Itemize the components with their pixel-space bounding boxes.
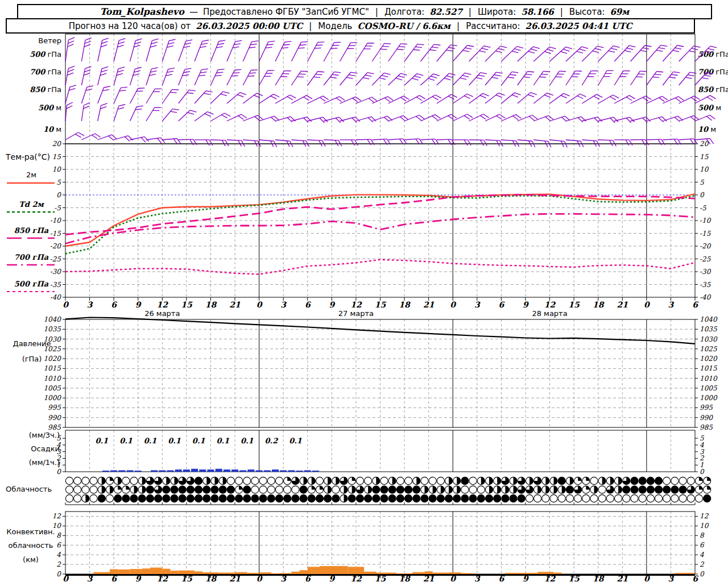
svg-text:-20: -20 [700, 242, 712, 250]
svg-text:-35: -35 [50, 281, 62, 289]
svg-text:15: 15 [52, 153, 62, 161]
meteogram-page: Tom_Kolpashevo — Предоставлено ФГБУ "Зап… [0, 0, 728, 582]
svg-text:15: 15 [700, 153, 709, 161]
svg-text:12: 12 [157, 574, 169, 582]
svg-text:0: 0 [644, 300, 650, 309]
svg-text:3: 3 [280, 300, 287, 309]
svg-text:3: 3 [474, 300, 481, 309]
svg-text:6: 6 [700, 541, 705, 549]
svg-text:9: 9 [135, 300, 142, 309]
svg-text:6: 6 [499, 574, 505, 582]
svg-text:0.1: 0.1 [96, 436, 109, 445]
svg-text:12: 12 [544, 300, 556, 309]
svg-text:6: 6 [692, 574, 698, 582]
svg-text:26 марта: 26 марта [144, 309, 180, 318]
svg-text:-20: -20 [50, 242, 62, 250]
svg-text:15: 15 [375, 574, 387, 582]
svg-text:9: 9 [329, 574, 335, 582]
svg-text:0.1: 0.1 [144, 436, 157, 445]
svg-text:1020: 1020 [700, 355, 718, 363]
svg-text:21: 21 [229, 300, 241, 309]
svg-text:8: 8 [56, 531, 61, 539]
svg-text:990: 990 [700, 414, 713, 422]
svg-text:3: 3 [474, 574, 481, 582]
svg-text:6: 6 [305, 574, 311, 582]
svg-text:8: 8 [700, 531, 705, 539]
svg-text:18: 18 [399, 300, 411, 309]
svg-text:0: 0 [257, 574, 263, 582]
svg-text:0: 0 [450, 574, 456, 582]
svg-text:6: 6 [56, 541, 61, 549]
svg-text:985: 985 [700, 423, 713, 431]
svg-text:10: 10 [700, 522, 709, 530]
svg-text:1040: 1040 [43, 315, 61, 323]
svg-text:0: 0 [700, 191, 705, 199]
svg-text:-40: -40 [700, 293, 712, 301]
svg-text:6: 6 [111, 300, 117, 309]
svg-text:12: 12 [544, 574, 556, 582]
svg-text:1015: 1015 [43, 364, 61, 372]
svg-text:28 марта: 28 марта [532, 309, 567, 318]
svg-text:0.1: 0.1 [241, 436, 254, 445]
svg-text:1020: 1020 [43, 355, 61, 363]
svg-text:0.1: 0.1 [119, 436, 133, 445]
svg-text:-25: -25 [700, 255, 712, 263]
svg-text:1005: 1005 [700, 384, 718, 392]
meteogram-plot: 2020151510105500-5-5-10-10-15-15-20-20-2… [0, 0, 728, 582]
svg-text:15: 15 [181, 300, 193, 309]
svg-text:1025: 1025 [43, 345, 61, 353]
svg-text:-25: -25 [50, 255, 62, 263]
svg-text:6: 6 [305, 300, 311, 309]
svg-text:2: 2 [700, 560, 705, 568]
svg-text:995: 995 [700, 404, 713, 411]
svg-text:-35: -35 [700, 281, 712, 289]
svg-text:985: 985 [48, 423, 61, 431]
svg-text:0: 0 [257, 300, 263, 309]
svg-text:1015: 1015 [700, 364, 718, 372]
svg-text:1035: 1035 [43, 325, 61, 333]
svg-text:10: 10 [700, 165, 709, 173]
svg-text:4: 4 [56, 551, 61, 559]
svg-text:9: 9 [135, 574, 142, 582]
svg-text:-40: -40 [50, 293, 62, 301]
svg-text:1030: 1030 [700, 335, 718, 343]
svg-text:12: 12 [157, 300, 169, 309]
svg-text:15: 15 [568, 574, 580, 582]
svg-text:6: 6 [111, 574, 117, 582]
svg-text:-30: -30 [700, 268, 712, 276]
svg-text:20: 20 [52, 140, 62, 148]
svg-text:0: 0 [56, 191, 61, 199]
svg-text:-10: -10 [700, 217, 712, 225]
svg-text:3: 3 [87, 574, 93, 582]
svg-text:3: 3 [87, 300, 93, 309]
svg-text:6: 6 [692, 300, 698, 309]
svg-text:995: 995 [48, 404, 61, 411]
svg-text:-15: -15 [50, 230, 62, 238]
svg-text:0: 0 [700, 570, 705, 578]
svg-text:10: 10 [52, 165, 62, 173]
svg-text:0.2: 0.2 [265, 436, 279, 445]
svg-text:1000: 1000 [700, 394, 718, 402]
svg-text:21: 21 [423, 300, 435, 309]
svg-text:0.1: 0.1 [216, 436, 229, 445]
svg-text:9: 9 [523, 574, 529, 582]
svg-text:1005: 1005 [43, 384, 61, 392]
svg-text:27 марта: 27 марта [338, 309, 374, 318]
svg-text:1010: 1010 [700, 375, 718, 383]
svg-text:1040: 1040 [700, 315, 718, 323]
svg-text:0: 0 [56, 570, 61, 578]
svg-text:12: 12 [700, 512, 709, 520]
svg-text:12: 12 [350, 574, 362, 582]
svg-text:0.1: 0.1 [289, 436, 302, 445]
svg-text:15: 15 [568, 300, 580, 309]
svg-text:3: 3 [668, 574, 675, 582]
svg-text:9: 9 [523, 300, 529, 309]
svg-text:21: 21 [423, 574, 435, 582]
svg-text:12: 12 [350, 300, 362, 309]
svg-text:21: 21 [617, 574, 628, 582]
svg-text:-30: -30 [50, 268, 62, 276]
svg-text:-10: -10 [50, 217, 62, 225]
svg-text:1010: 1010 [43, 375, 61, 383]
svg-text:3: 3 [668, 300, 675, 309]
svg-text:5: 5 [700, 178, 705, 186]
